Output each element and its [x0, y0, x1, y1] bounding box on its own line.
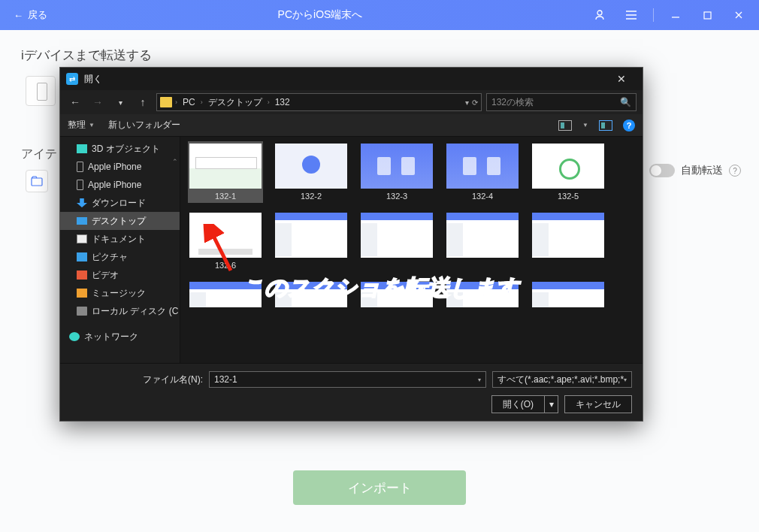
sidebar-item-documents[interactable]: ドキュメント	[60, 230, 180, 248]
sidebar-item-videos[interactable]: ビデオ	[60, 266, 180, 284]
file-thumb[interactable]	[359, 210, 434, 272]
svg-rect-2	[32, 178, 42, 186]
thumb-label: 132-4	[472, 192, 493, 201]
file-thumb[interactable]: 132-4	[445, 141, 520, 203]
view-dropdown-icon[interactable]: ▼	[582, 122, 588, 128]
sidebar-item-label: ドキュメント	[92, 233, 146, 246]
sidebar-item-label: ダウンロード	[92, 197, 146, 210]
sidebar-item-label: Apple iPhone	[88, 162, 141, 172]
breadcrumb-pc[interactable]: PC	[180, 97, 198, 107]
close-button[interactable]	[726, 4, 751, 26]
desktop-icon	[77, 217, 87, 225]
organize-menu[interactable]: 整理▼	[68, 119, 95, 131]
back-button[interactable]: ← 戻る	[8, 5, 53, 25]
new-folder-button[interactable]: 新しいフォルダー	[108, 119, 180, 131]
music-icon	[77, 289, 87, 298]
file-thumb[interactable]	[274, 280, 349, 310]
cancel-button[interactable]: キャンセル	[564, 395, 632, 413]
titlebar-separator	[653, 8, 654, 22]
file-thumb[interactable]	[531, 210, 606, 272]
open-dropdown-button[interactable]: ▾	[545, 395, 558, 413]
dialog-titlebar: ⇄ 開く ✕	[60, 68, 643, 90]
nav-recent-button[interactable]: ▾	[111, 93, 129, 111]
sidebar-item-label: ローカル ディスク (C	[92, 305, 178, 318]
chevron-down-icon[interactable]: ▾	[478, 376, 481, 383]
nav-back-button[interactable]: ←	[66, 93, 84, 111]
sidebar-item-desktop[interactable]: デスクトップ	[60, 212, 180, 230]
folder-icon	[160, 97, 172, 107]
sidebar-item-3d-objects[interactable]: 3D オブジェクト	[60, 140, 180, 158]
chevron-up-icon[interactable]: ⌃	[172, 158, 178, 165]
info-icon[interactable]: ?	[729, 165, 741, 177]
maximize-button[interactable]	[694, 4, 720, 26]
svg-rect-1	[704, 12, 711, 19]
minimize-button[interactable]	[663, 4, 688, 26]
file-thumb[interactable]: 132-5	[531, 141, 606, 203]
network-icon	[69, 332, 80, 341]
file-thumb[interactable]	[445, 280, 520, 310]
chevron-icon: ›	[175, 98, 177, 106]
file-thumb[interactable]: 132-3	[359, 141, 434, 203]
search-input[interactable]: 132の検索 🔍	[486, 93, 637, 111]
download-icon	[77, 198, 87, 207]
sidebar-item-local-disk[interactable]: ローカル ディスク (C	[60, 302, 180, 320]
sidebar-item-music[interactable]: ミュージック	[60, 284, 180, 302]
auto-transfer-toggle[interactable]	[649, 164, 675, 177]
refresh-icon[interactable]: ⟳	[472, 98, 478, 107]
file-thumb[interactable]	[445, 210, 520, 272]
file-thumb[interactable]	[359, 280, 434, 310]
dialog-close-button[interactable]: ✕	[606, 69, 637, 89]
file-thumb[interactable]: 132-1	[188, 141, 263, 203]
thumb-preview	[446, 144, 519, 189]
preview-pane-button[interactable]	[599, 120, 612, 131]
nav-up-button[interactable]: ↑	[134, 93, 152, 111]
sidebar-item-pictures[interactable]: ピクチャ	[60, 248, 180, 266]
sidebar-item-label: ミュージック	[92, 287, 146, 300]
cube-icon	[77, 144, 87, 153]
thumb-preview	[275, 282, 347, 307]
thumb-preview	[446, 282, 519, 307]
file-icon	[31, 176, 43, 186]
dialog-content[interactable]: 132-1 132-2 132-3 132-4 132-5 132-6	[180, 137, 643, 363]
user-icon[interactable]	[587, 4, 612, 26]
dialog-sidebar: 3D オブジェクト⌃ Apple iPhone Apple iPhone ダウン…	[60, 137, 180, 363]
thumb-preview	[189, 282, 262, 307]
document-icon	[77, 234, 87, 243]
dialog-title: 開く	[84, 73, 606, 86]
app-titlebar: ← 戻る PCからiOS端末へ	[0, 0, 759, 30]
open-button[interactable]: 開く(O)	[491, 395, 545, 413]
sidebar-item-label: ネットワーク	[84, 331, 138, 343]
view-options-button[interactable]	[558, 120, 572, 131]
import-button[interactable]: インポート	[293, 470, 466, 505]
filename-input[interactable]: 132-1▾	[209, 371, 486, 388]
thumb-preview	[189, 144, 262, 189]
breadcrumb-desktop[interactable]: デスクトップ	[206, 96, 265, 109]
thumb-preview	[361, 144, 433, 189]
filename-value: 132-1	[214, 374, 237, 385]
auto-transfer-label: 自動転送	[681, 164, 723, 177]
chevron-down-icon[interactable]: ▾	[624, 376, 627, 383]
breadcrumb-folder[interactable]: 132	[273, 97, 292, 107]
nav-forward-button[interactable]: →	[89, 93, 107, 111]
menu-icon[interactable]	[618, 4, 644, 26]
file-thumb[interactable]: 132-6	[188, 210, 263, 272]
sidebar-item-iphone[interactable]: Apple iPhone	[60, 158, 180, 176]
help-icon[interactable]: ?	[623, 119, 635, 131]
sidebar-item-iphone[interactable]: Apple iPhone	[60, 176, 180, 194]
add-file-button[interactable]	[26, 170, 48, 192]
thumb-preview	[532, 282, 604, 307]
sidebar-item-downloads[interactable]: ダウンロード	[60, 194, 180, 212]
file-thumb[interactable]: 132-2	[274, 141, 349, 203]
device-icon[interactable]	[26, 76, 56, 106]
dialog-app-icon: ⇄	[66, 73, 78, 85]
file-thumb[interactable]	[531, 280, 606, 310]
dialog-toolbar: 整理▼ 新しいフォルダー ▼ ?	[60, 114, 643, 137]
address-bar[interactable]: › PC › デスクトップ › 132 ▾⟳	[156, 93, 482, 111]
auto-transfer-row: 自動転送 ?	[649, 164, 741, 177]
video-icon	[77, 271, 87, 280]
file-thumb[interactable]	[274, 210, 349, 272]
file-thumb[interactable]	[188, 280, 263, 310]
sidebar-item-network[interactable]: ネットワーク	[60, 328, 180, 346]
filetype-filter[interactable]: すべて(*.aac;*.ape;*.avi;*.bmp;*.e▾	[492, 371, 632, 388]
chevron-down-icon[interactable]: ▾	[465, 98, 469, 107]
